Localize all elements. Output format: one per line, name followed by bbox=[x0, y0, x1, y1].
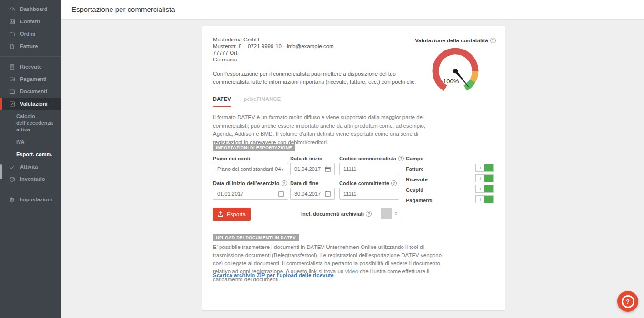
sidebar-item-ricevute[interactable]: Ricevute bbox=[0, 60, 61, 73]
help-button[interactable]: ? bbox=[617, 291, 638, 312]
toggle-cespiti[interactable]: I bbox=[475, 185, 494, 193]
codice-committente-label: Codice committente? bbox=[339, 180, 397, 186]
sidebar-divider bbox=[0, 189, 61, 189]
data-fine-input[interactable] bbox=[294, 191, 324, 197]
data-inizio-label: Data di inizio bbox=[290, 156, 322, 161]
help-icon[interactable]: ? bbox=[398, 156, 404, 161]
codice-commercialista-label: Codice commercialista? bbox=[339, 156, 404, 161]
help-icon[interactable]: ? bbox=[391, 180, 397, 186]
data-fine-label: Data di fine bbox=[290, 180, 318, 186]
wallet-icon bbox=[9, 76, 15, 82]
company-street: Musterstr. 8 bbox=[213, 43, 242, 49]
tab-datev[interactable]: DATEV bbox=[213, 96, 231, 107]
gear-icon: ⚙ bbox=[9, 196, 15, 203]
upload-section-label: UPLOAD DEI DOCUMENTI IN DATEV bbox=[213, 234, 299, 241]
sidebar-item-documenti[interactable]: Documenti bbox=[0, 85, 61, 98]
sidebar-item-inventario[interactable]: Inventario bbox=[0, 173, 61, 185]
download-zip-link[interactable]: Scarica archivio ZIP per l'upload delle … bbox=[213, 272, 334, 278]
sidebar-divider bbox=[0, 56, 61, 57]
piano-dei-conti-select[interactable]: Piano dei conti standard 04 ▾ bbox=[213, 163, 288, 175]
campo-header: Campo bbox=[406, 156, 423, 161]
sidebar: Dashboard Contatti Ordini Fatture Ricevu… bbox=[0, 0, 61, 318]
sidebar-item-dashboard[interactable]: Dashboard bbox=[0, 3, 61, 15]
intro-text: Con l'esportazione per il commercialista… bbox=[213, 70, 418, 86]
export-settings-section-label: IMPOSTAZIONI DI ESPORTAZIONE bbox=[213, 144, 295, 151]
company-country: Germania bbox=[213, 57, 237, 62]
campo-row-ricevute: Ricevute bbox=[406, 177, 428, 182]
question-mark-icon: ? bbox=[622, 295, 634, 308]
company-city: 77777 Ort bbox=[213, 50, 237, 56]
video-link[interactable]: video bbox=[345, 268, 358, 274]
sidebar-item-impostazioni[interactable]: ⚙ Impostazioni bbox=[0, 193, 61, 206]
sidebar-item-label: Ricevute bbox=[20, 64, 42, 70]
sidebar-item-label: Ordini bbox=[20, 31, 35, 37]
tab-pebefinance[interactable]: pebeFINANCE bbox=[243, 96, 281, 106]
tab-bar: DATEV pebeFINANCE bbox=[213, 94, 494, 106]
folder-icon bbox=[9, 30, 15, 37]
page-title: Esportazione per commercialista bbox=[71, 0, 644, 19]
sidebar-item-pagamenti[interactable]: Pagamenti bbox=[0, 73, 61, 85]
data-inizio-field bbox=[290, 163, 335, 175]
data-inizio-input[interactable] bbox=[294, 166, 324, 172]
sidebar-item-valutazioni[interactable]: Valutazioni bbox=[0, 98, 61, 110]
sidebar-item-ordini[interactable]: Ordini bbox=[0, 28, 61, 40]
help-icon[interactable]: ? bbox=[282, 180, 287, 186]
sidebar-item-label: Attività bbox=[20, 164, 38, 169]
sidebar-item-label: Contatti bbox=[20, 19, 40, 24]
sidebar-item-label: Pagamenti bbox=[20, 76, 47, 82]
sidebar-item-label: Inventario bbox=[20, 176, 45, 182]
sidebar-item-label: Fatture bbox=[20, 43, 38, 49]
company-phone: 0721 9999-10 bbox=[248, 43, 282, 49]
sidebar-item-label: Documenti bbox=[20, 89, 47, 94]
sidebar-subitem-esport-comm[interactable]: Esport. comm. bbox=[0, 148, 61, 160]
sidebar-item-contatti[interactable]: Contatti bbox=[0, 15, 61, 28]
sidebar-item-fatture[interactable]: Fatture bbox=[0, 40, 61, 52]
company-name: Musterfirma GmbH bbox=[213, 37, 259, 42]
chevron-down-icon: ▾ bbox=[282, 167, 284, 172]
dashboard-icon bbox=[9, 6, 15, 12]
calendar-icon[interactable] bbox=[278, 191, 284, 197]
help-icon[interactable]: ? bbox=[366, 211, 372, 217]
checkmark-icon bbox=[9, 163, 15, 170]
sidebar-scrollbar[interactable] bbox=[0, 164, 2, 179]
data-inizio-esercizio-field bbox=[213, 188, 288, 200]
receipt-icon bbox=[9, 63, 15, 70]
data-inizio-esercizio-label: Data di inizio dell'esercizio? bbox=[213, 180, 287, 186]
company-email: info@example.com bbox=[287, 43, 334, 49]
documents-icon bbox=[9, 88, 15, 95]
export-button[interactable]: Esporta bbox=[213, 208, 251, 221]
gauge-chart bbox=[429, 46, 482, 94]
toggle-incl-documenti-archiviati[interactable]: o bbox=[381, 208, 401, 219]
campo-row-cespiti: Cespiti bbox=[406, 187, 423, 193]
sidebar-item-label: Dashboard bbox=[20, 6, 47, 12]
export-card: Musterfirma GmbH Musterstr. 8 0721 9999-… bbox=[202, 26, 505, 310]
codice-commercialista-input[interactable] bbox=[339, 163, 399, 175]
company-info: Musterfirma GmbH Musterstr. 8 0721 9999-… bbox=[213, 37, 403, 65]
file-icon bbox=[9, 43, 15, 50]
sidebar-item-label: Impostazioni bbox=[20, 197, 52, 202]
campo-row-pagamenti: Pagamenti bbox=[406, 198, 433, 203]
sidebar-item-attivita[interactable]: Attività bbox=[0, 160, 61, 173]
codice-committente-input[interactable] bbox=[339, 188, 399, 200]
gauge-title: Valutazione della contabilità bbox=[415, 38, 488, 43]
gauge-value: 100% bbox=[443, 78, 459, 85]
sidebar-subitem-iva[interactable]: IVA bbox=[0, 136, 61, 148]
help-icon[interactable]: ? bbox=[490, 38, 496, 43]
calendar-icon[interactable] bbox=[325, 191, 331, 197]
valuations-icon bbox=[9, 100, 15, 107]
contacts-icon bbox=[9, 18, 15, 25]
data-inizio-esercizio-input[interactable] bbox=[217, 191, 247, 197]
datev-description: Il formato DATEV è un formato molto diff… bbox=[213, 113, 441, 147]
campo-row-fatture: Fatture bbox=[406, 166, 423, 172]
gauge: 100% bbox=[429, 46, 482, 96]
toggle-pagamenti[interactable]: I bbox=[475, 195, 494, 203]
sidebar-subitem-calcolo-eccedenza[interactable]: Calcolo dell'eccedenza attiva bbox=[0, 110, 48, 136]
upload-icon bbox=[218, 211, 223, 218]
data-fine-field bbox=[290, 188, 335, 200]
toggle-ricevute[interactable]: I bbox=[475, 174, 494, 182]
piano-dei-conti-label: Piano dei conti bbox=[213, 156, 250, 161]
calendar-icon[interactable] bbox=[325, 166, 331, 172]
toggle-fatture[interactable]: I bbox=[475, 164, 494, 172]
bookkeeping-rating-widget: Valutazione della contabilità? 100% bbox=[414, 36, 496, 96]
select-value: Piano dei conti standard 04 bbox=[217, 166, 281, 172]
